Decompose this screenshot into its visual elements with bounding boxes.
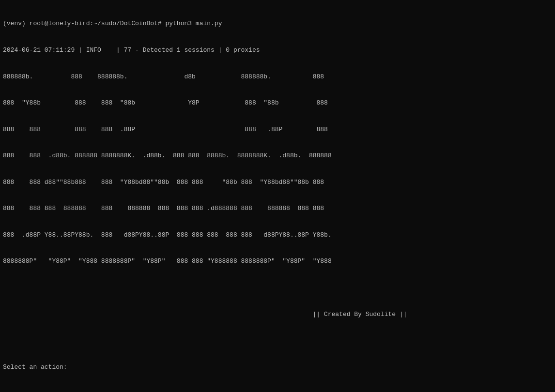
select-action: Select an action: [3, 363, 552, 372]
logo-line-1: 888888b. 888 888888b. d8b 888888b. 888 [3, 73, 552, 81]
blank-line-1 [3, 284, 552, 292]
created-by: || Created By Sudolite || [3, 310, 552, 319]
logo-line-3: 888 888 888 888 .88P 888 .88P 888 [3, 125, 552, 134]
blank-line-3 [3, 389, 552, 392]
logo-line-5: 888 888 d88""88b888 888 "Y88bd88""88b 88… [3, 178, 552, 187]
title-line: (venv) root@lonely-bird:~/sudo/DotCoinBo… [3, 19, 552, 28]
blank-line-2 [3, 336, 552, 345]
logo-line-8: 8888888P" "Y88P" "Y888 8888888P" "Y88P" … [3, 257, 552, 266]
logo-line-6: 888 888 888 888888 888 888888 888 888 88… [3, 204, 552, 213]
logo-line-4: 888 888 .d88b. 888888 8888888K. .d88b. 8… [3, 151, 552, 160]
logo-line-2: 888 "Y88b 888 888 "88b Y8P 888 "88b 888 [3, 99, 552, 107]
header-line: 2024-06-21 07:11:29 | INFO | 77 - Detect… [3, 46, 552, 55]
terminal: (venv) root@lonely-bird:~/sudo/DotCoinBo… [0, 0, 555, 392]
logo-line-7: 888 .d88P Y88..88PY88b. 888 d88PY88..88P… [3, 231, 552, 240]
